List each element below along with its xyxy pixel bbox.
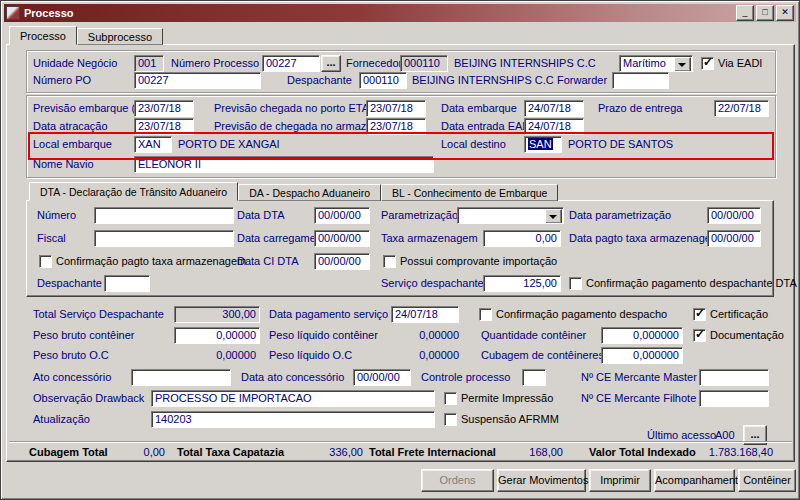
servico-despachante-field[interactable]: 125,00: [483, 275, 561, 292]
conf-pag-despacho-label: Confirmação pagamento despacho: [496, 308, 667, 320]
atualizacao-label: Atualização: [33, 413, 90, 425]
ce-master-field[interactable]: [699, 369, 769, 386]
documentacao-label: Documentação: [710, 329, 784, 341]
data-carregamento-field[interactable]: 00/00/00: [314, 230, 370, 247]
data-pagto-taxa-label: Data pagto taxa armazenagem: [569, 232, 720, 244]
controle-processo-field[interactable]: [522, 369, 546, 386]
numero-po-field[interactable]: 00227: [134, 72, 261, 89]
minimize-icon[interactable]: _: [736, 5, 754, 21]
tab-da[interactable]: DA - Despacho Aduaneiro: [238, 184, 381, 201]
chegada-armazem-field[interactable]: 23/07/18: [366, 118, 426, 135]
ce-filhote-field[interactable]: [699, 390, 769, 407]
despachante-code-field[interactable]: 000110: [359, 72, 407, 89]
qtd-cont-label: Quantidade contêiner: [481, 329, 586, 341]
qtd-cont-field[interactable]: 0,000000: [601, 327, 683, 344]
frete-internacional-label: Total Frete Internacional: [369, 446, 496, 458]
ultimo-acesso-value: A00: [715, 429, 735, 441]
fiscal-field[interactable]: [94, 230, 234, 247]
ordens-button[interactable]: Ordens: [421, 469, 494, 492]
chegada-armazem-label: Previsão de chegada no armazém: [214, 120, 382, 132]
possui-comprovante-checkbox[interactable]: [383, 255, 396, 268]
conf-pagto-taxa-label: Confirmação pagto taxa armazenagem: [56, 255, 246, 267]
ato-concessorio-field[interactable]: [131, 369, 231, 386]
gerar-movimentos-button[interactable]: Gerar Movimentos: [497, 469, 586, 492]
conf-pag-despachante-checkbox[interactable]: [569, 277, 582, 290]
dta-despachante-field[interactable]: [104, 275, 150, 292]
parametrizacao-dropdown[interactable]: [457, 207, 564, 224]
dta-numero-field[interactable]: [94, 207, 234, 224]
tab-subprocesso[interactable]: Subprocesso: [77, 28, 163, 45]
conteiner-button[interactable]: Contêiner: [738, 469, 796, 492]
fornecedor-code-field: 000110: [400, 55, 448, 72]
taxa-armazenagem-field[interactable]: 0,00: [483, 230, 561, 247]
data-pagto-taxa-field[interactable]: 00/00/00: [707, 230, 761, 247]
close-icon[interactable]: ✕: [776, 5, 794, 21]
local-embarque-code-field[interactable]: XAN: [134, 136, 172, 153]
dta-tab-strip: DTA - Declaração de Trânsito Aduaneiro D…: [29, 181, 558, 201]
dta-despachante-label: Despachante: [37, 277, 102, 289]
atualizacao-field[interactable]: 140203: [151, 411, 435, 428]
tab-processo[interactable]: Processo: [9, 26, 77, 45]
conf-pag-despacho-checkbox[interactable]: [479, 308, 492, 321]
peso-liq-oc-label: Peso líquido O.C: [269, 349, 352, 361]
peso-liq-oc-value: 0,00000: [376, 349, 459, 361]
obs-drawback-field[interactable]: PROCESSO DE IMPORTACAO: [151, 390, 435, 407]
numero-processo-browse-button[interactable]: ...: [321, 55, 341, 72]
cubagem-total-label: Cubagem Total: [29, 446, 108, 458]
numero-processo-field[interactable]: 00227: [262, 55, 320, 72]
data-pag-servico-label: Data pagamento serviço: [269, 308, 388, 320]
tab-bl[interactable]: BL - Conhecimento de Embarque: [381, 184, 558, 201]
data-pag-servico-field[interactable]: 24/07/18: [391, 306, 459, 323]
etd-field[interactable]: 23/07/18: [134, 100, 194, 117]
local-destino-name-text: PORTO DE SANTOS: [568, 138, 673, 150]
parametrizacao-label: Parametrização: [381, 209, 458, 221]
local-destino-selected-text: SAN: [528, 138, 553, 150]
nome-navio-label: Nome Navio: [33, 158, 94, 170]
data-atracacao-label: Data atracação: [33, 120, 108, 132]
data-atracacao-field[interactable]: 23/07/18: [134, 118, 194, 135]
tab-dta[interactable]: DTA - Declaração de Trânsito Aduaneiro: [29, 182, 238, 201]
acompanhamento-button[interactable]: Acompanhamento: [654, 469, 735, 492]
data-ci-dta-field[interactable]: 00/00/00: [314, 253, 370, 270]
imprimir-button[interactable]: Imprimir: [589, 469, 651, 492]
possui-comprovante-label: Possui comprovante importação: [400, 255, 557, 267]
forwarder-field[interactable]: [612, 72, 669, 89]
permite-impressao-label: Permite Impressão: [461, 392, 553, 404]
fiscal-label: Fiscal: [37, 232, 66, 244]
total-servico-label: Total Serviço Despachante: [33, 308, 164, 320]
data-embarque-field[interactable]: 24/07/18: [524, 100, 584, 117]
forwarder-label: Forwarder: [557, 74, 607, 86]
conf-pagto-taxa-checkbox[interactable]: [39, 255, 52, 268]
data-entrada-eadi-field[interactable]: 24/07/18: [524, 118, 584, 135]
documentacao-checkbox[interactable]: [693, 329, 706, 342]
data-dta-field[interactable]: 00/00/00: [314, 207, 370, 224]
eta-field[interactable]: 23/07/18: [366, 100, 426, 117]
taxa-capatazia-value: 336,00: [301, 446, 363, 458]
data-ato-label: Data ato concessório: [241, 371, 344, 383]
data-parametrizacao-field[interactable]: 00/00/00: [707, 207, 761, 224]
via-eadi-checkbox[interactable]: [701, 57, 714, 70]
dropdown-arrow-icon[interactable]: [545, 209, 562, 224]
suspensao-afrmm-checkbox[interactable]: [444, 413, 457, 426]
local-embarque-name-text: PORTO DE XANGAI: [178, 138, 280, 150]
via-eadi-label: Via EADI: [718, 57, 762, 69]
modal-dropdown[interactable]: Marítimo: [619, 55, 693, 72]
ultimo-acesso-label: Último acesso: [647, 429, 716, 441]
prazo-entrega-field[interactable]: 22/07/18: [714, 100, 769, 117]
taxa-capatazia-label: Total Taxa Capatazia: [177, 446, 284, 458]
local-destino-code-field[interactable]: SAN: [524, 136, 562, 153]
maximize-icon[interactable]: □: [756, 5, 774, 21]
data-ato-field[interactable]: 00/00/00: [353, 369, 411, 386]
eta-label: Previsão chegada no porto ETA: [214, 102, 369, 114]
cubagem-cont-field[interactable]: 0,000000: [601, 347, 683, 364]
valor-indexado-label: Valor Total Indexado: [589, 446, 696, 458]
nome-navio-field[interactable]: ELEONOR II: [134, 156, 434, 173]
titlebar: Processo _ □ ✕: [4, 4, 796, 22]
permite-impressao-checkbox[interactable]: [444, 392, 457, 405]
data-parametrizacao-label: Data parametrização: [569, 209, 671, 221]
dropdown-arrow-icon[interactable]: [674, 57, 691, 72]
totals-divider: [9, 441, 792, 443]
obs-drawback-label: Observação Drawback: [33, 392, 144, 404]
peso-bruto-cont-field[interactable]: 0,00000: [174, 327, 260, 344]
certificacao-checkbox[interactable]: [693, 308, 706, 321]
